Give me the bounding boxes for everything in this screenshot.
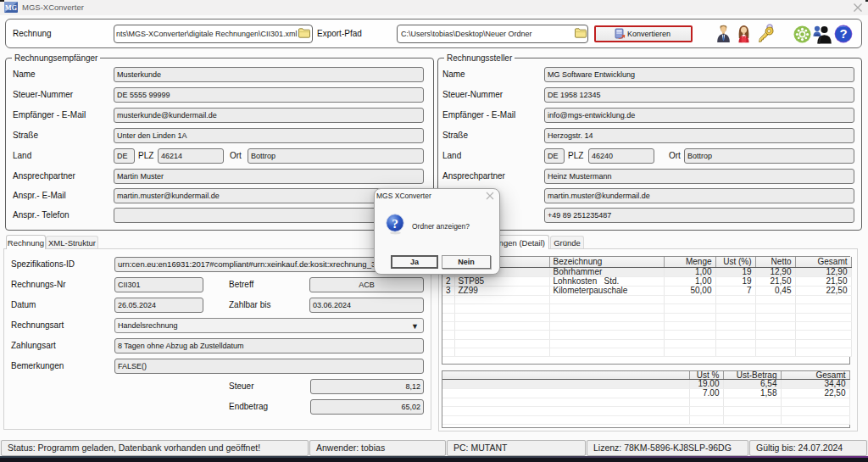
svg-text:MG: MG [5,4,17,12]
svg-text:?: ? [839,26,847,41]
svg-text:?: ? [392,216,398,231]
